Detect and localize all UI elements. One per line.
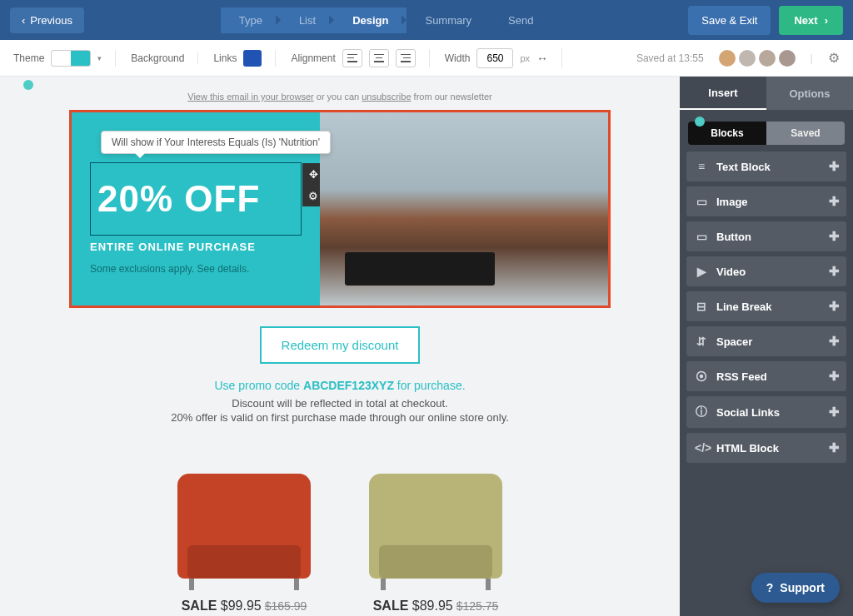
alignment-label: Alignment [291, 52, 335, 64]
block-label: Text Block [716, 161, 771, 173]
side-panel: Insert Options Blocks Saved ≡Text Block✚… [680, 77, 853, 616]
align-right-icon [401, 54, 411, 62]
product-card[interactable]: SALE $99.95$165.99 [169, 465, 319, 614]
product-price: SALE $89.95$125.75 [361, 599, 511, 614]
promo-sub-1: Discount will be reflected in total at c… [69, 397, 611, 410]
background-label: Background [131, 52, 184, 64]
discount-subhead[interactable]: ENTIRE ONLINE PURCHASE [90, 241, 302, 253]
product-image [169, 465, 319, 590]
block-video[interactable]: ▶Video✚ [686, 256, 846, 286]
plus-icon: ✚ [829, 299, 840, 314]
step-type[interactable]: Type [221, 7, 281, 33]
chevron-right-icon: › [825, 14, 828, 27]
selected-block-frame[interactable]: Will show if Your Interests Equals (Is) … [69, 110, 611, 308]
avatar[interactable] [719, 50, 736, 67]
side-tabs: Insert Options [680, 77, 853, 110]
discount-box[interactable]: ✥ ⚙ 20% OFF [90, 162, 302, 236]
expand-icon[interactable]: ↔ [536, 52, 548, 65]
plus-icon: ✚ [829, 229, 840, 244]
support-button[interactable]: ? Support [751, 573, 840, 603]
block-spacer[interactable]: ⇵Spacer✚ [686, 326, 846, 356]
block-social[interactable]: ⓘSocial Links✚ [686, 396, 846, 428]
subtab-saved[interactable]: Saved [766, 122, 845, 145]
canvas-area[interactable]: View this email in your browser or you c… [0, 77, 680, 616]
step-summary[interactable]: Summary [407, 7, 490, 33]
block-image[interactable]: ▭Image✚ [686, 186, 846, 216]
previous-label: Previous [30, 14, 72, 27]
block-label: Line Break [716, 301, 771, 313]
block-label: RSS Feed [716, 370, 767, 383]
discount-note[interactable]: Some exclusions apply. See details. [90, 263, 302, 275]
top-bar: ‹ Previous Type List Design Summary Send… [0, 0, 853, 40]
links-label: Links [213, 52, 237, 64]
block-list: ≡Text Block✚ ▭Image✚ ▭Button✚ ▶Video✚ ⊟L… [680, 152, 853, 616]
block-label: HTML Block [716, 442, 779, 455]
rss-icon: ⦿ [695, 370, 708, 383]
side-subtabs: Blocks Saved [688, 122, 845, 145]
button-icon: ▭ [695, 230, 708, 243]
wizard-steps: Type List Design Summary Send [92, 7, 680, 33]
next-label: Next [794, 14, 817, 27]
step-send[interactable]: Send [490, 7, 551, 33]
avatar[interactable] [779, 50, 796, 67]
hero-image[interactable] [320, 112, 608, 306]
align-center-button[interactable] [369, 49, 389, 67]
promo-code: ABCDEF123XYZ [303, 379, 394, 392]
saved-at-text: Saved at 13:55 [636, 52, 704, 64]
support-label: Support [780, 581, 825, 594]
block-linebreak[interactable]: ⊟Line Break✚ [686, 291, 846, 321]
block-rss[interactable]: ⦿RSS Feed✚ [686, 361, 846, 391]
video-icon: ▶ [695, 265, 708, 278]
gear-icon[interactable]: ⚙ [828, 50, 840, 66]
tab-insert[interactable]: Insert [680, 77, 766, 110]
divider: | [811, 52, 813, 64]
plus-icon: ✚ [829, 369, 840, 384]
step-list[interactable]: List [281, 7, 334, 33]
chevron-left-icon: ‹ [22, 14, 25, 27]
product-price: SALE $99.95$165.99 [169, 599, 319, 614]
promo-line: Use promo code ABCDEF123XYZ for purchase… [69, 379, 611, 392]
tab-options[interactable]: Options [766, 77, 853, 110]
align-right-button[interactable] [396, 49, 416, 67]
theme-swatch[interactable] [51, 50, 91, 67]
help-icon: ? [766, 581, 774, 594]
plus-icon: ✚ [829, 264, 840, 279]
product-card[interactable]: SALE $89.95$125.75 [361, 465, 511, 614]
theme-label: Theme [13, 52, 44, 64]
unsubscribe-link[interactable]: unsubscribe [362, 92, 411, 102]
previous-button[interactable]: ‹ Previous [10, 7, 84, 33]
block-text[interactable]: ≡Text Block✚ [686, 152, 846, 181]
email-canvas[interactable]: Will show if Your Interests Equals (Is) … [69, 110, 611, 614]
save-exit-button[interactable]: Save & Exit [688, 6, 771, 35]
condition-tooltip: Will show if Your Interests Equals (Is) … [101, 131, 331, 154]
block-label: Spacer [716, 335, 752, 348]
step-design[interactable]: Design [334, 7, 407, 33]
align-left-button[interactable] [342, 49, 362, 67]
redeem-button[interactable]: Redeem my discount [260, 326, 421, 364]
avatar[interactable] [739, 50, 756, 67]
next-button[interactable]: Next › [779, 6, 843, 35]
width-input[interactable] [476, 48, 513, 68]
links-group: Links [213, 50, 276, 67]
design-toolbar: Theme ▾ Background Links Alignment Width… [0, 40, 853, 77]
width-group: Width px ↔ [445, 48, 562, 68]
product-row: SALE $99.95$165.99 SALE $89.95$125.75 [69, 465, 611, 614]
width-unit: px [520, 53, 530, 63]
plus-icon: ✚ [829, 334, 840, 349]
view-in-browser-link[interactable]: View this email in your browser [187, 92, 313, 102]
indicator-dot [695, 117, 705, 127]
theme-dropdown-caret[interactable]: ▾ [97, 54, 102, 62]
align-center-icon [374, 54, 384, 62]
align-left-icon [347, 54, 357, 62]
block-html[interactable]: </>HTML Block✚ [686, 433, 846, 463]
linebreak-icon: ⊟ [695, 300, 708, 313]
social-icon: ⓘ [695, 405, 708, 420]
background-group[interactable]: Background [131, 52, 198, 64]
link-color-swatch[interactable] [243, 50, 262, 67]
image-icon: ▭ [695, 195, 708, 208]
alignment-group: Alignment [291, 49, 429, 67]
theme-group: Theme ▾ [13, 50, 116, 67]
discount-headline[interactable]: 20% OFF [97, 178, 294, 220]
block-button[interactable]: ▭Button✚ [686, 221, 846, 251]
avatar[interactable] [759, 50, 776, 67]
